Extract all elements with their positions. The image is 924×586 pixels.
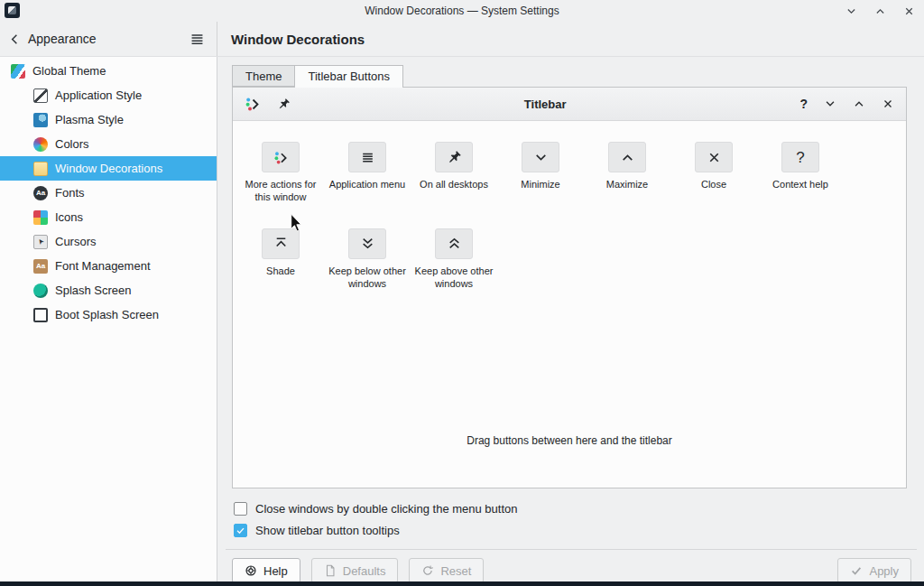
- button-label: Close: [701, 178, 726, 191]
- sidebar-item-label: Plasma Style: [55, 113, 124, 126]
- tab-titlebar-buttons[interactable]: Titlebar Buttons: [294, 65, 403, 87]
- context-help-icon[interactable]: ?: [799, 98, 808, 110]
- draggable-button-shade[interactable]: Shade: [237, 228, 324, 291]
- main-content: Theme Titlebar Buttons Titlebar ? More a…: [218, 57, 924, 581]
- draggable-button-application-menu[interactable]: Application menu: [324, 142, 411, 204]
- titlebar-buttons-editor: Titlebar ? More actions for this window …: [232, 87, 907, 488]
- sidebar-item-font-management[interactable]: Font Management: [0, 254, 217, 278]
- sidebar-item-splash-screen[interactable]: Splash Screen: [0, 278, 217, 302]
- checkbox-close-double-click[interactable]: [234, 502, 247, 516]
- reset-icon: [421, 564, 434, 577]
- window-bottom-edge: [0, 581, 924, 586]
- main-header: Window Decorations: [217, 22, 924, 56]
- button-label: Shade: [266, 265, 295, 277]
- window-decorations-icon: [33, 162, 48, 176]
- more-actions-icon: [262, 142, 300, 172]
- sidebar-item-label: Splash Screen: [55, 284, 132, 297]
- button-label: Minimize: [521, 178, 559, 191]
- reset-button[interactable]: Reset: [409, 558, 484, 583]
- draggable-button-on-all-desktops[interactable]: On all desktops: [411, 142, 497, 204]
- sidebar-item-label: Colors: [55, 137, 89, 151]
- maximize-icon[interactable]: [853, 98, 865, 110]
- sidebar-item-label: Font Management: [55, 259, 151, 273]
- drag-hint: Drag buttons between here and the titleb…: [233, 434, 906, 447]
- checkbox-show-tooltips[interactable]: [234, 524, 247, 537]
- button-label: More actions for this window: [237, 178, 324, 204]
- window-titlebar: Window Decorations — System Settings: [0, 0, 924, 22]
- draggable-button-maximize[interactable]: Maximize: [584, 142, 670, 204]
- draggable-button-close[interactable]: Close: [670, 142, 757, 204]
- sidebar-item-colors[interactable]: Colors: [0, 132, 217, 156]
- header-row: Appearance Window Decorations: [0, 22, 924, 57]
- defaults-button[interactable]: Defaults: [311, 558, 399, 583]
- splash-screen-icon: [33, 284, 48, 298]
- icons-icon: [33, 210, 48, 225]
- sidebar-item-application-style[interactable]: Application Style: [0, 83, 217, 107]
- minimize-icon[interactable]: [824, 98, 836, 110]
- option-show-tooltips: Show titlebar button tooltips: [234, 519, 924, 541]
- window-minimize-button[interactable]: [845, 5, 857, 17]
- plasma-style-icon: [33, 113, 48, 127]
- preview-title: Titlebar: [307, 98, 783, 111]
- sidebar-item-label: Global Theme: [32, 64, 106, 78]
- button-label: Context help: [772, 178, 828, 191]
- option-close-double-click: Close windows by double clicking the men…: [234, 498, 924, 519]
- hamburger-menu-button[interactable]: [189, 31, 206, 48]
- tab-bar: Theme Titlebar Buttons: [218, 57, 924, 87]
- cursors-icon: [33, 235, 48, 249]
- chevron-down-icon: [522, 142, 559, 172]
- sidebar-item-label: Fonts: [55, 186, 85, 200]
- sidebar: Global Theme Application Style Plasma St…: [0, 57, 217, 581]
- question-glyph: ?: [799, 98, 808, 110]
- pin-icon[interactable]: [277, 98, 291, 111]
- application-menu-icon: [348, 142, 386, 172]
- button-label: Application menu: [329, 178, 405, 191]
- sidebar-item-label: Icons: [55, 210, 83, 224]
- sidebar-item-global-theme[interactable]: Global Theme: [0, 59, 217, 83]
- close-icon: [695, 142, 733, 172]
- button-label: Keep below other windows: [324, 265, 411, 291]
- draggable-button-more-actions[interactable]: More actions for this window: [237, 142, 324, 204]
- draggable-button-context-help[interactable]: ? Context help: [757, 142, 844, 204]
- sidebar-title: Appearance: [28, 32, 182, 46]
- sidebar-header: Appearance: [0, 22, 217, 56]
- sidebar-item-window-decorations[interactable]: Window Decorations: [0, 156, 217, 181]
- tab-theme[interactable]: Theme: [232, 65, 295, 87]
- window-maximize-button[interactable]: [874, 5, 886, 17]
- button-label: Maximize: [606, 178, 648, 191]
- help-button[interactable]: Help: [232, 558, 300, 583]
- apply-button[interactable]: Apply: [837, 558, 911, 583]
- sidebar-item-label: Cursors: [55, 235, 97, 248]
- app-icon: [5, 3, 20, 18]
- close-icon[interactable]: [882, 98, 894, 110]
- checkbox-label[interactable]: Close windows by double clicking the men…: [255, 502, 518, 516]
- defaults-button-label: Defaults: [343, 564, 386, 578]
- window-close-button[interactable]: [903, 5, 915, 17]
- fonts-icon: [33, 186, 48, 200]
- question-glyph: ?: [796, 150, 804, 165]
- chevron-up-icon: [608, 142, 646, 172]
- window-controls: [845, 0, 915, 22]
- titlebar-preview: Titlebar ?: [233, 88, 906, 121]
- draggable-button-keep-below[interactable]: Keep below other windows: [324, 228, 411, 291]
- sidebar-item-label: Application Style: [55, 88, 142, 102]
- draggable-button-keep-above[interactable]: Keep above other windows: [411, 228, 497, 291]
- boot-splash-screen-icon: [33, 308, 48, 322]
- available-buttons-area: More actions for this window Application…: [233, 121, 906, 314]
- sidebar-item-fonts[interactable]: Fonts: [0, 181, 217, 205]
- back-button[interactable]: [8, 33, 22, 46]
- more-actions-icon[interactable]: [245, 96, 261, 112]
- checkbox-label[interactable]: Show titlebar button tooltips: [255, 524, 400, 537]
- application-style-icon: [33, 88, 48, 103]
- sidebar-item-plasma-style[interactable]: Plasma Style: [0, 107, 217, 132]
- sidebar-item-cursors[interactable]: Cursors: [0, 229, 217, 254]
- footer: Help Defaults Reset Apply: [218, 550, 924, 583]
- draggable-button-minimize[interactable]: Minimize: [497, 142, 584, 204]
- pin-icon: [435, 142, 473, 172]
- sidebar-item-boot-splash-screen[interactable]: Boot Splash Screen: [0, 302, 217, 327]
- question-icon: ?: [781, 142, 819, 172]
- global-theme-icon: [11, 64, 25, 79]
- button-label: On all desktops: [420, 178, 488, 191]
- double-chevron-down-icon: [348, 228, 386, 259]
- sidebar-item-icons[interactable]: Icons: [0, 205, 217, 229]
